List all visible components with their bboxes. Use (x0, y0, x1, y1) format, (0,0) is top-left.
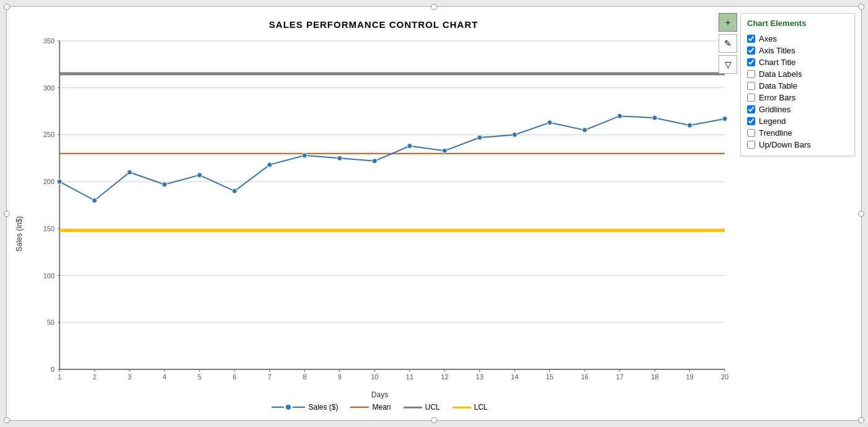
svg-point-72 (162, 182, 167, 187)
svg-text:14: 14 (511, 373, 518, 381)
checkbox-error-bars[interactable] (747, 94, 755, 102)
checkbox-trendline[interactable] (747, 129, 755, 137)
svg-text:1: 1 (58, 373, 61, 381)
checkbox-axis-titles[interactable] (747, 46, 755, 55)
resize-handle-tm[interactable] (431, 4, 437, 10)
panel-item-trendline[interactable]: Trendline (747, 127, 848, 139)
svg-text:20: 20 (721, 373, 728, 381)
checkbox-gridlines[interactable] (747, 105, 755, 113)
panel-item-data-table[interactable]: Data Table (747, 80, 848, 92)
svg-point-74 (232, 188, 237, 193)
panel-label-9: Up/Down Bars (759, 140, 811, 149)
panel-label-2: Chart Title (759, 58, 795, 67)
x-axis-label: Days (25, 388, 734, 400)
svg-text:11: 11 (406, 373, 414, 381)
resize-handle-mr[interactable] (858, 211, 864, 217)
svg-text:13: 13 (476, 373, 484, 381)
panel-item-legend[interactable]: Legend (747, 115, 848, 127)
svg-text:19: 19 (686, 373, 693, 381)
svg-point-81 (477, 135, 482, 140)
chart-svg: 0501001502002503003501234567891011121314… (25, 35, 734, 388)
svg-point-84 (582, 128, 587, 133)
legend-label-ucl: UCL (425, 403, 440, 412)
resize-handle-ml[interactable] (4, 211, 10, 217)
legend-line-lcl (453, 407, 471, 408)
svg-text:12: 12 (441, 373, 448, 381)
chart-area: Sales (in$) 0501001502002503003501234567… (13, 35, 734, 414)
svg-point-78 (372, 159, 377, 164)
checkbox-legend[interactable] (747, 117, 755, 125)
svg-text:4: 4 (162, 373, 166, 381)
svg-text:50: 50 (47, 319, 55, 326)
chart-main: SALES PERFORMANCE CONTROL CHART Sales (i… (7, 7, 740, 420)
panel-label-7: Legend (759, 117, 786, 126)
svg-text:150: 150 (43, 225, 55, 232)
svg-point-71 (127, 170, 132, 175)
svg-text:200: 200 (43, 178, 55, 185)
panel-label-3: Data Labels (759, 69, 802, 79)
svg-text:18: 18 (651, 373, 658, 381)
resize-handle-bm[interactable] (431, 417, 437, 423)
svg-point-86 (652, 115, 657, 120)
svg-point-82 (512, 132, 517, 137)
panel-header: Chart Elements (747, 19, 848, 28)
legend-item-lcl: LCL (453, 403, 488, 412)
checkbox-up-down-bars[interactable] (747, 141, 755, 149)
plot-area: 0501001502002503003501234567891011121314… (25, 35, 734, 388)
legend-line-ucl (404, 407, 422, 408)
panel-item-axis-titles[interactable]: Axis Titles (747, 45, 848, 56)
panel-item-up-down-bars[interactable]: Up/Down Bars (747, 139, 848, 151)
legend-line-sales2 (293, 407, 305, 408)
checkbox-data-labels[interactable] (747, 70, 755, 78)
svg-point-88 (722, 117, 727, 121)
svg-text:9: 9 (338, 373, 342, 381)
legend-item-ucl: UCL (404, 403, 440, 412)
svg-text:250: 250 (43, 131, 55, 138)
resize-handle-br[interactable] (858, 417, 864, 423)
panel-item-data-labels[interactable]: Data Labels (747, 68, 848, 80)
svg-text:350: 350 (43, 37, 55, 45)
panel-item-gridlines[interactable]: Gridlines (747, 103, 848, 115)
edit-chart-button[interactable]: ✎ (719, 34, 737, 53)
panel-label-5: Error Bars (759, 93, 795, 102)
chart-container: SALES PERFORMANCE CONTROL CHART Sales (i… (6, 6, 862, 421)
svg-text:10: 10 (371, 373, 378, 381)
svg-point-83 (547, 120, 552, 125)
resize-handle-tl[interactable] (4, 4, 10, 10)
resize-handle-tr[interactable] (858, 4, 864, 10)
panel-label-8: Trendline (759, 128, 792, 138)
svg-point-79 (407, 144, 412, 149)
checkbox-axes[interactable] (747, 35, 755, 43)
panel-item-chart-title[interactable]: Chart Title (747, 56, 848, 68)
svg-text:16: 16 (581, 373, 588, 381)
svg-point-70 (92, 198, 97, 203)
panel-label-0: Axes (759, 34, 777, 43)
checkbox-data-table[interactable] (747, 82, 755, 90)
panel-item-axes[interactable]: Axes (747, 33, 848, 45)
panel-label-4: Data Table (759, 81, 797, 90)
chart-plot: 0501001502002503003501234567891011121314… (25, 35, 734, 414)
svg-point-76 (302, 153, 307, 158)
svg-text:100: 100 (43, 272, 55, 280)
panel-label-6: Gridlines (759, 105, 790, 114)
legend-label-sales: Sales ($) (308, 403, 338, 412)
chart-title: SALES PERFORMANCE CONTROL CHART (13, 19, 734, 30)
filter-chart-button[interactable]: ▽ (719, 55, 737, 74)
svg-text:5: 5 (198, 373, 202, 381)
checkbox-chart-title[interactable] (747, 58, 755, 66)
svg-text:7: 7 (268, 373, 272, 381)
y-axis-label: Sales (in$) (13, 35, 25, 414)
svg-point-77 (337, 156, 342, 161)
resize-handle-bl[interactable] (4, 417, 10, 423)
svg-point-69 (57, 179, 62, 184)
legend-item-sales: Sales ($) (272, 403, 338, 412)
svg-point-87 (688, 123, 693, 128)
svg-text:3: 3 (128, 373, 131, 381)
legend-dot-sales (286, 405, 291, 410)
svg-point-75 (267, 162, 272, 167)
add-element-button[interactable]: + (719, 13, 737, 32)
svg-text:6: 6 (232, 373, 236, 381)
panel-label-1: Axis Titles (759, 46, 795, 55)
svg-text:8: 8 (303, 373, 306, 381)
panel-item-error-bars[interactable]: Error Bars (747, 92, 848, 103)
